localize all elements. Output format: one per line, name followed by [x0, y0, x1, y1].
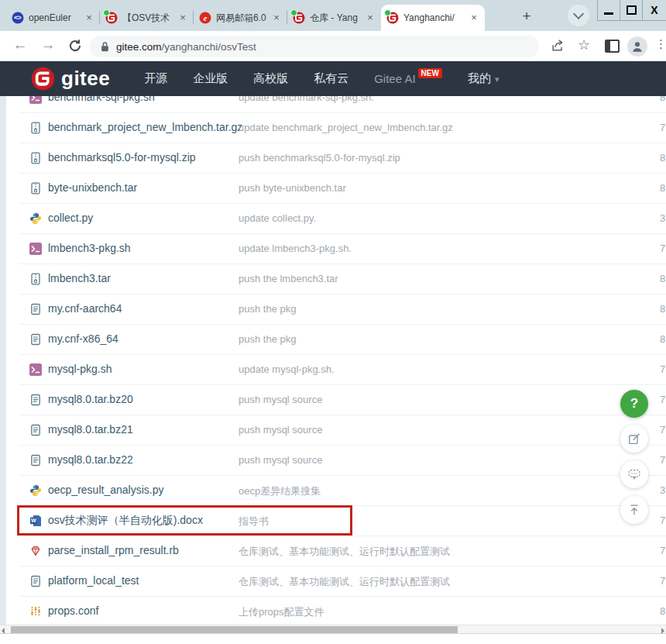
table-row[interactable]: W osv技术测评（半自动化版).docx 指导书 7 — [19, 506, 666, 536]
commit-message-link[interactable]: update benchmark-sql-pkg.sh. — [239, 96, 374, 103]
tab-close-icon[interactable]: × — [469, 12, 479, 23]
file-name-link[interactable]: mysql-pkg.sh — [48, 363, 112, 375]
commit-message-link[interactable]: push the pkg — [239, 333, 296, 345]
table-row[interactable]: platform_local_test 仓库测试、基本功能测试、运行时默认配置测… — [19, 567, 666, 597]
nav-link-2[interactable]: 企业版 — [193, 71, 228, 86]
reload-icon[interactable] — [68, 39, 82, 53]
commit-message-link[interactable]: update collect.py. — [239, 212, 316, 224]
maximize-button[interactable] — [620, 0, 643, 20]
bookmark-star-icon[interactable]: ☆ — [576, 36, 592, 53]
file-name-link[interactable]: platform_local_test — [48, 574, 139, 587]
table-row[interactable]: collect.py update collect.py. 3 — [19, 204, 666, 234]
file-name-link[interactable]: parse_install_rpm_result.rb — [48, 544, 179, 556]
table-row[interactable]: benchmark_project_new_lmbench.tar.gz upd… — [19, 113, 666, 143]
browser-tab[interactable]: 仓库 - Yang × — [287, 5, 381, 31]
close-button[interactable]: X — [643, 0, 666, 20]
commit-message-link[interactable]: push mysql source — [239, 454, 322, 466]
commit-message-link[interactable]: push byte-unixbench.tar — [239, 182, 346, 194]
feedback-button[interactable] — [620, 425, 648, 453]
address-bar[interactable]: gitee.com/yanghanchi/osvTest — [90, 36, 539, 57]
table-row[interactable]: oecp_result_analysis.py oecp差异结果搜集 3 — [19, 476, 666, 506]
table-row[interactable]: mysql8.0.tar.bz21 push mysql source 7 — [19, 415, 666, 446]
tab-close-icon[interactable]: × — [84, 12, 94, 23]
file-name-link[interactable]: props.conf — [48, 604, 98, 617]
browser-menu-icon[interactable]: ⋮ — [655, 37, 666, 51]
table-row[interactable]: benchmarksql5.0-for-mysql.zip push bench… — [19, 143, 666, 174]
tab-title: 仓库 - Yang — [310, 12, 360, 25]
table-row[interactable]: lmbench3.tar push the lmbench3.tar 8 — [19, 264, 666, 294]
nav-link-5[interactable]: Gitee AINEW — [374, 72, 442, 85]
table-row[interactable]: my.cnf-x86_64 push the pkg 8 — [19, 325, 666, 355]
share-icon[interactable] — [550, 38, 565, 53]
file-name-link[interactable]: lmbench3.tar — [48, 272, 111, 284]
file-name-link[interactable]: osv技术测评（半自动化版).docx — [48, 514, 203, 528]
horizontal-scrollbar[interactable] — [0, 625, 666, 634]
profile-avatar[interactable] — [627, 36, 647, 57]
commit-message-link[interactable]: push mysql source — [239, 394, 322, 405]
file-name-link[interactable]: benchmarksql5.0-for-mysql.zip — [48, 151, 196, 164]
file-name-link[interactable]: benchmark-sql-pkg.sh — [48, 96, 155, 103]
file-name-link[interactable]: my.cnf-aarch64 — [48, 302, 122, 315]
file-name-link[interactable]: benchmark_project_new_lmbench.tar.gz — [48, 121, 242, 133]
browser-tab[interactable]: openEuler × — [6, 5, 100, 31]
new-tab-button[interactable]: + — [517, 7, 536, 26]
table-row[interactable]: parse_install_rpm_result.rb 仓库测试、基本功能测试、… — [19, 536, 666, 567]
last-update-fragment: 7 — [660, 394, 665, 405]
commit-message-link[interactable]: 仓库测试、基本功能测试、运行时默认配置测试 — [239, 575, 450, 589]
nav-link-label: 企业版 — [193, 71, 228, 84]
nav-link-6[interactable]: 我的▾ — [468, 71, 499, 86]
commit-message-link[interactable]: update benchmark_project_new_lmbench.tar… — [239, 122, 453, 133]
commit-message-link[interactable]: 仓库测试、基本功能测试、运行时默认配置测试 — [239, 545, 450, 559]
commit-message-link[interactable]: update mysql-pkg.sh. — [239, 363, 335, 375]
maximize-icon — [627, 5, 637, 15]
help-button[interactable]: ? — [620, 390, 648, 418]
tab-overflow-button[interactable] — [568, 5, 589, 26]
file-name-link[interactable]: mysql8.0.tar.bz20 — [48, 393, 133, 405]
commit-message-link[interactable]: push the lmbench3.tar — [239, 273, 338, 284]
table-row[interactable]: mysql8.0.tar.bz22 push mysql source 7 — [19, 446, 666, 476]
table-row[interactable]: props.conf 上传props配置文件 8 — [19, 597, 666, 625]
browser-tab[interactable]: 【OSV技术 × — [100, 5, 194, 31]
commit-message-link[interactable]: push the pkg — [239, 303, 296, 315]
table-row[interactable]: byte-unixbench.tar push byte-unixbench.t… — [19, 174, 666, 204]
commit-message-link[interactable]: oecp差异结果搜集 — [239, 484, 321, 498]
back-to-top-button[interactable] — [620, 496, 648, 524]
tab-close-icon[interactable]: × — [177, 12, 188, 23]
svg-text:W: W — [31, 517, 36, 524]
nav-link-4[interactable]: 私有云 — [314, 71, 348, 86]
table-row[interactable]: mysql-pkg.sh update mysql-pkg.sh. 7 — [19, 355, 666, 385]
side-panel-icon[interactable] — [605, 40, 620, 53]
forward-icon[interactable]: → — [39, 36, 57, 53]
minimize-button[interactable] — [598, 0, 620, 20]
tab-close-icon[interactable]: × — [365, 12, 376, 23]
file-name-link[interactable]: mysql8.0.tar.bz22 — [48, 453, 133, 466]
file-name-link[interactable]: byte-unixbench.tar — [48, 181, 137, 194]
scrollbar-thumb[interactable] — [11, 626, 458, 633]
file-name-link[interactable]: mysql8.0.tar.bz21 — [48, 423, 133, 436]
table-row[interactable]: lmbench3-pkg.sh update lmbench3-pkg.sh. … — [19, 234, 666, 264]
gitee-logo[interactable]: gitee — [31, 67, 110, 91]
table-row[interactable]: benchmark-sql-pkg.sh update benchmark-sq… — [19, 96, 666, 113]
scroll-left-icon[interactable] — [2, 628, 5, 634]
browser-tab[interactable]: e 网易邮箱6.0 × — [194, 5, 287, 31]
file-name-link[interactable]: my.cnf-x86_64 — [48, 332, 118, 345]
scroll-right-icon[interactable] — [661, 628, 664, 634]
commit-message-link[interactable]: update lmbench3-pkg.sh. — [239, 243, 352, 254]
nav-link-3[interactable]: 高校版 — [253, 71, 288, 86]
tab-close-icon[interactable]: × — [271, 12, 282, 23]
file-name-link[interactable]: oecp_result_analysis.py — [48, 484, 163, 496]
nav-link-1[interactable]: 开源 — [144, 71, 167, 86]
commit-message-link[interactable]: 指导书 — [239, 515, 269, 529]
file-name-link[interactable]: lmbench3-pkg.sh — [48, 242, 131, 254]
comment-button[interactable] — [620, 460, 648, 488]
commit-message-link[interactable]: push mysql source — [239, 424, 322, 436]
file-name-link[interactable]: collect.py — [48, 212, 93, 224]
nav-link-label: 开源 — [144, 71, 167, 84]
edit-icon — [627, 432, 641, 446]
table-row[interactable]: my.cnf-aarch64 push the pkg 8 — [19, 294, 666, 325]
commit-message-link[interactable]: push benchmarksql5.0-for-mysql.zip — [239, 152, 400, 164]
table-row[interactable]: mysql8.0.tar.bz20 push mysql source 7 — [19, 385, 666, 415]
back-icon[interactable]: ← — [11, 36, 29, 53]
browser-tab[interactable]: Yanghanchi/ × — [381, 5, 485, 31]
commit-message-link[interactable]: 上传props配置文件 — [239, 605, 324, 619]
